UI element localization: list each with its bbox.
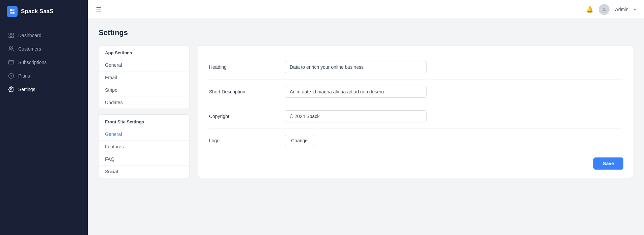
form-row-heading: Heading [209, 55, 622, 80]
front-site-settings-title: Front Site Settings [99, 115, 189, 128]
heading-input[interactable] [285, 61, 427, 73]
settings-nav-general-app[interactable]: General [99, 59, 189, 71]
user-label[interactable]: Admin [615, 7, 628, 12]
short-description-label: Short Description [209, 89, 277, 94]
app-name: Spack SaaS [21, 8, 53, 15]
heading-label: Heading [209, 64, 277, 70]
settings-nav-features[interactable]: Features [99, 141, 189, 153]
svg-rect-3 [12, 12, 15, 14]
svg-rect-9 [9, 61, 14, 64]
topbar-left: ☰ [96, 6, 101, 13]
copyright-input[interactable] [285, 110, 427, 122]
settings-nav-email[interactable]: Email [99, 71, 189, 84]
topbar-right: 🔔 Admin ▾ [586, 4, 636, 15]
avatar [599, 4, 610, 15]
logo-label: Logo [209, 138, 277, 143]
topbar: ☰ 🔔 Admin ▾ [88, 0, 644, 19]
sidebar-item-customers-label: Customers [18, 46, 41, 52]
settings-nav-faq[interactable]: FAQ [99, 153, 189, 166]
sidebar-item-dashboard[interactable]: Dashboard [0, 29, 88, 42]
sidebar-nav: Dashboard Customers Subscriptions Plans … [0, 23, 88, 101]
svg-rect-2 [10, 12, 12, 14]
svg-rect-6 [9, 36, 10, 38]
save-button[interactable]: Save [593, 157, 623, 170]
copyright-label: Copyright [209, 114, 277, 119]
settings-nav-stripe[interactable]: Stripe [99, 84, 189, 96]
sidebar: Spack SaaS Dashboard Customers Subscript… [0, 0, 88, 235]
sidebar-item-plans[interactable]: Plans [0, 69, 88, 83]
content-area: Settings App Settings General Email Stri… [88, 19, 644, 235]
svg-rect-5 [12, 33, 14, 35]
form-row-logo: Logo Change [209, 129, 622, 152]
svg-point-15 [603, 7, 605, 9]
form-row-copyright: Copyright [209, 104, 622, 129]
settings-left-panel: App Settings General Email Stripe Update… [99, 45, 190, 178]
short-description-input[interactable] [285, 86, 427, 98]
svg-point-14 [10, 89, 12, 90]
svg-rect-4 [9, 33, 10, 35]
sidebar-item-settings-label: Settings [18, 87, 35, 92]
settings-nav-social[interactable]: Social [99, 166, 189, 178]
svg-rect-1 [12, 9, 15, 11]
settings-nav-updates[interactable]: Updates [99, 96, 189, 109]
sidebar-item-settings[interactable]: Settings [0, 83, 88, 96]
front-site-settings-card: Front Site Settings General Features FAQ… [99, 114, 190, 178]
chevron-down-icon: ▾ [634, 7, 636, 12]
sidebar-item-dashboard-label: Dashboard [18, 33, 42, 38]
sidebar-logo: Spack SaaS [0, 0, 88, 23]
svg-point-8 [9, 47, 11, 49]
svg-rect-7 [12, 36, 14, 38]
sidebar-item-subscriptions-label: Subscriptions [18, 60, 47, 65]
settings-right-panel: Heading Short Description Copyright Logo… [198, 45, 633, 178]
settings-layout: App Settings General Email Stripe Update… [99, 45, 633, 178]
svg-rect-0 [10, 9, 12, 11]
page-title: Settings [99, 28, 633, 37]
sidebar-item-customers[interactable]: Customers [0, 42, 88, 56]
form-row-short-description: Short Description [209, 80, 622, 104]
main-area: ☰ 🔔 Admin ▾ Settings App Settings Genera… [88, 0, 644, 235]
settings-nav-general-front[interactable]: General [99, 128, 189, 141]
logo-icon [7, 6, 18, 17]
app-settings-title: App Settings [99, 46, 189, 59]
notification-bell-icon[interactable]: 🔔 [586, 6, 593, 13]
sidebar-item-subscriptions[interactable]: Subscriptions [0, 56, 88, 69]
app-settings-card: App Settings General Email Stripe Update… [99, 45, 190, 109]
change-logo-button[interactable]: Change [285, 135, 314, 146]
hamburger-icon[interactable]: ☰ [96, 6, 101, 13]
sidebar-item-plans-label: Plans [18, 73, 30, 79]
